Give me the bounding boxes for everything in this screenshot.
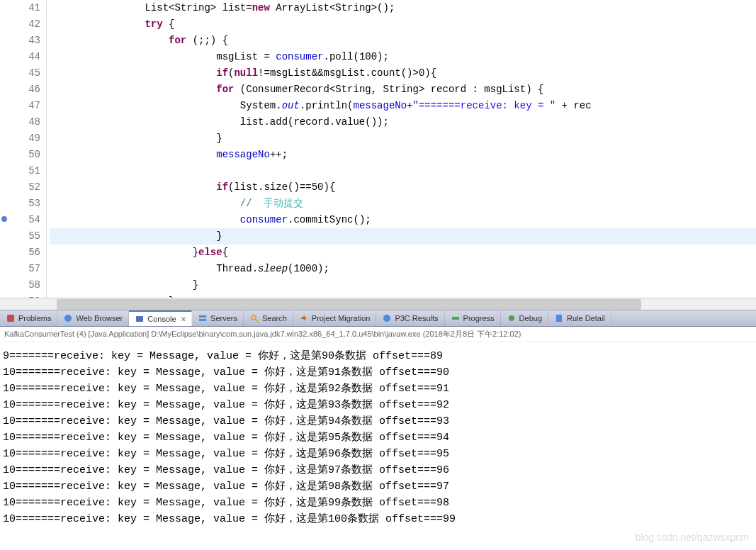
- console-line: 10=======receive: key = Message, value =…: [3, 495, 756, 511]
- console-output[interactable]: 9=======receive: key = Message, value = …: [0, 342, 756, 550]
- tab-label: Progress: [463, 314, 495, 322]
- code-line[interactable]: list.add(record.value());: [50, 114, 756, 130]
- code-line[interactable]: consumer.commitSync();: [50, 212, 756, 228]
- tab-search[interactable]: Search: [244, 310, 293, 326]
- tab-debug[interactable]: Debug: [501, 310, 548, 326]
- browser-icon: [63, 313, 73, 323]
- tab-label: Rule Detail: [567, 314, 605, 322]
- line-number: 56: [0, 245, 40, 261]
- line-number: 43: [0, 33, 40, 49]
- code-line[interactable]: try {: [50, 16, 756, 33]
- rule-icon: [554, 313, 564, 323]
- svg-rect-4: [199, 319, 206, 321]
- console-line: 10=======receive: key = Message, value =…: [3, 364, 756, 381]
- code-editor[interactable]: 41424344454647484950515253545556575859 L…: [0, 0, 756, 298]
- line-number: 57: [0, 261, 40, 277]
- line-number: 53: [0, 196, 40, 212]
- console-process-header: KafkaConsumerTest (4) [Java Application]…: [0, 327, 756, 342]
- tab-rule-detail[interactable]: Rule Detail: [548, 310, 611, 326]
- code-line[interactable]: for (;;) {: [50, 33, 756, 49]
- code-line[interactable]: }: [50, 277, 756, 293]
- console-line: 10=======receive: key = Message, value =…: [3, 446, 756, 462]
- tab-p3c-results[interactable]: P3C Results: [376, 310, 444, 326]
- svg-rect-0: [7, 315, 14, 322]
- line-number: 59: [0, 293, 40, 298]
- line-number: 42: [0, 16, 40, 33]
- console-line: 10=======receive: key = Message, value =…: [3, 430, 756, 446]
- code-line[interactable]: messageNo++;: [50, 147, 756, 163]
- tab-problems[interactable]: Problems: [0, 310, 57, 326]
- tab-web-browser[interactable]: Web Browser: [57, 310, 129, 326]
- tab-label: Project Migration: [312, 314, 371, 322]
- svg-rect-10: [556, 315, 562, 322]
- tab-label: Problems: [18, 314, 51, 322]
- tab-label: Search: [262, 314, 287, 322]
- editor-horizontal-scrollbar[interactable]: [0, 298, 756, 310]
- console-line: [3, 342, 756, 348]
- tab-label: Console: [147, 315, 176, 323]
- code-line[interactable]: if(null!=msgList&&msgList.count()>0){: [50, 65, 756, 82]
- migrate-icon: [299, 313, 309, 323]
- line-number: 52: [0, 179, 40, 196]
- breakpoint-marker[interactable]: [1, 216, 7, 222]
- code-line[interactable]: }: [50, 228, 756, 245]
- svg-rect-3: [199, 315, 206, 318]
- code-line[interactable]: // 手动提交: [50, 196, 756, 212]
- svg-point-9: [509, 315, 514, 321]
- line-number: 41: [0, 0, 40, 16]
- svg-rect-8: [452, 317, 459, 320]
- line-number: 45: [0, 65, 40, 82]
- line-number: 50: [0, 147, 40, 163]
- code-line[interactable]: }: [50, 130, 756, 147]
- line-number: 58: [0, 277, 40, 293]
- line-number: 44: [0, 49, 40, 65]
- tab-project-migration[interactable]: Project Migration: [293, 310, 377, 326]
- problems-icon: [6, 313, 16, 323]
- scrollbar-thumb[interactable]: [57, 299, 641, 310]
- code-line[interactable]: for (ConsumerRecord<String, String> reco…: [50, 82, 756, 98]
- bottom-panel-tabs: ProblemsWeb BrowserConsole×ServersSearch…: [0, 310, 756, 327]
- line-number: 54: [0, 212, 40, 228]
- line-number: 47: [0, 98, 40, 114]
- code-line[interactable]: Thread.sleep(1000);: [50, 261, 756, 277]
- line-number: 51: [0, 163, 40, 179]
- svg-point-7: [383, 315, 390, 322]
- code-content[interactable]: List<String> list=new ArrayList<String>(…: [47, 0, 756, 298]
- svg-rect-2: [136, 316, 143, 322]
- console-line: 10=======receive: key = Message, value =…: [3, 511, 756, 527]
- svg-point-1: [64, 315, 72, 322]
- console-icon: [135, 314, 145, 324]
- tab-label: Debug: [519, 314, 542, 322]
- tab-label: Servers: [210, 314, 237, 322]
- console-line: 10=======receive: key = Message, value =…: [3, 397, 756, 413]
- scrollbar-track[interactable]: [57, 299, 706, 310]
- debug-icon: [507, 313, 517, 323]
- line-number: 46: [0, 82, 40, 98]
- close-icon[interactable]: ×: [181, 315, 186, 323]
- code-line[interactable]: System.out.println(messageNo+"=======rec…: [50, 98, 756, 114]
- line-number: 55: [0, 228, 40, 245]
- console-line: 10=======receive: key = Message, value =…: [3, 478, 756, 495]
- tab-label: Web Browser: [76, 314, 123, 322]
- tab-console[interactable]: Console×: [129, 310, 192, 326]
- console-line: 9=======receive: key = Message, value = …: [3, 348, 756, 364]
- tab-servers[interactable]: Servers: [192, 310, 244, 326]
- watermark-text: blog.csdn.net/qazwsxpcm: [636, 529, 749, 546]
- code-line[interactable]: msgList = consumer.poll(100);: [50, 49, 756, 65]
- line-number: 49: [0, 130, 40, 147]
- code-line[interactable]: }else{: [50, 245, 756, 261]
- search-icon: [249, 313, 259, 323]
- tab-progress[interactable]: Progress: [445, 310, 501, 326]
- console-line: 10=======receive: key = Message, value =…: [3, 381, 756, 397]
- line-number-gutter: 41424344454647484950515253545556575859: [0, 0, 47, 298]
- p3c-icon: [382, 313, 392, 323]
- line-number: 48: [0, 114, 40, 130]
- server-icon: [198, 313, 208, 323]
- tab-label: P3C Results: [395, 314, 438, 322]
- code-line[interactable]: [50, 163, 756, 179]
- console-line: 10=======receive: key = Message, value =…: [3, 413, 756, 430]
- progress-icon: [451, 313, 461, 323]
- code-line[interactable]: if(list.size()==50){: [50, 179, 756, 196]
- code-line[interactable]: List<String> list=new ArrayList<String>(…: [50, 0, 756, 16]
- console-line: 10=======receive: key = Message, value =…: [3, 462, 756, 478]
